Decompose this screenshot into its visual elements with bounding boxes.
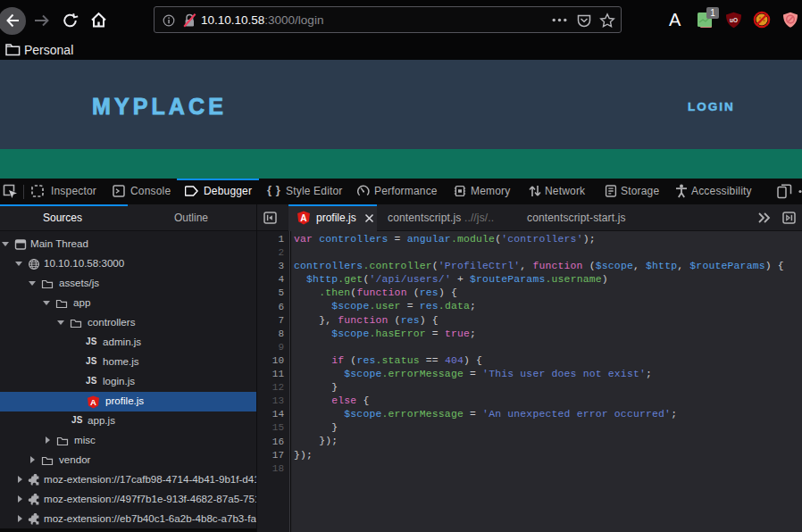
svg-text:uO: uO [730,17,738,23]
svg-text:A: A [90,397,96,407]
svg-text:A: A [300,213,307,223]
